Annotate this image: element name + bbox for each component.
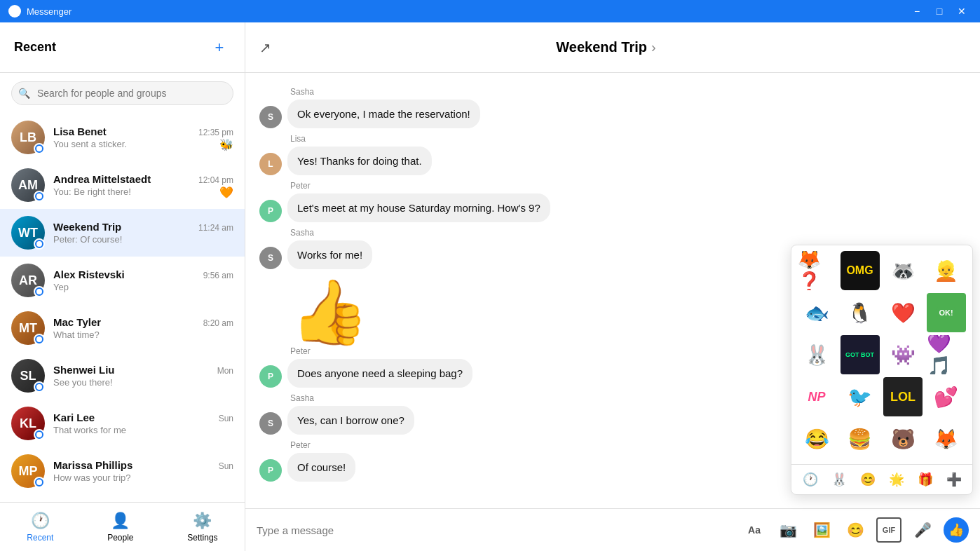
- conv-content: Andrea Mittelstaedt 12:04 pm You: Be rig…: [53, 173, 233, 197]
- chat-area: ↗ Weekend Trip › SashaSOk everyone, I ma…: [245, 22, 980, 551]
- conv-preview: You sent a sticker.: [53, 139, 233, 149]
- chat-title: Weekend Trip ›: [556, 39, 655, 55]
- gif-button[interactable]: GIF: [876, 517, 901, 543]
- emoji-button[interactable]: 😊: [843, 517, 868, 543]
- sticker-emoji: 👱: [934, 259, 958, 283]
- close-button[interactable]: ✕: [952, 1, 972, 21]
- sticker-footer-btn-4[interactable]: 🎁: [915, 469, 936, 490]
- conv-name: Alex Ristevski: [53, 268, 125, 280]
- messenger-badge: [34, 334, 45, 345]
- sticker-item-14[interactable]: 🐦: [841, 377, 880, 416]
- conversation-item-andrea[interactable]: AM Andrea Mittelstaedt 12:04 pm You: Be …: [0, 161, 245, 209]
- sticker-item-18[interactable]: 🍔: [841, 419, 880, 458]
- message-avatar: P: [259, 459, 282, 482]
- sticker-item-5[interactable]: 🐟: [797, 293, 836, 332]
- mic-button[interactable]: 🎤: [910, 517, 935, 543]
- conversations-list: LB Lisa Benet 12:35 pm You sent a sticke…: [0, 114, 245, 502]
- search-wrapper: 🔍: [11, 81, 233, 105]
- maximize-button[interactable]: □: [930, 1, 949, 21]
- recent-icon: 🕐: [31, 512, 50, 530]
- sidebar: Recent + 🔍 LB Lisa Benet 12:35 pm You se…: [0, 22, 245, 551]
- message-avatar: P: [259, 200, 282, 222]
- conversation-item-alex[interactable]: AR Alex Ristevski 9:56 am Yep: [0, 257, 245, 304]
- sticker-item-9[interactable]: 🐰: [797, 335, 836, 374]
- sticker-item-17[interactable]: 😂: [797, 419, 836, 458]
- expand-button[interactable]: ↗: [259, 39, 271, 56]
- sticker-item-12[interactable]: 💜🎵: [927, 335, 966, 374]
- conv-time: 9:56 am: [203, 271, 233, 280]
- nav-item-settings[interactable]: ⚙️ Settings: [173, 506, 231, 548]
- conversation-item-weekend[interactable]: WT Weekend Trip 11:24 am Peter: Of cours…: [0, 209, 245, 257]
- sticker-grid: 🦊❓OMG🦝👱🐟🐧❤️OK!🐰GOT BOT👾💜🎵NP🐦LOL💕😂🍔🐻🦊: [791, 245, 972, 464]
- sticker-footer-btn-0[interactable]: 🕐: [800, 469, 821, 490]
- sticker-footer-btn-5[interactable]: ➕: [944, 469, 965, 490]
- avatar-wrapper: SL: [11, 359, 45, 393]
- conv-time: Sun: [219, 461, 233, 471]
- sticker-item-10[interactable]: GOT BOT: [841, 335, 880, 374]
- new-conversation-button[interactable]: +: [208, 36, 231, 59]
- sticker-emoji: 🦝: [891, 259, 916, 283]
- conversation-item-mac[interactable]: MT Mac Tyler 8:20 am What time?: [0, 304, 245, 352]
- sticker-emoji: 🐰: [805, 343, 829, 367]
- sticker-footer-btn-3[interactable]: 🌟: [886, 469, 907, 490]
- titlebar: Messenger − □ ✕: [0, 0, 980, 22]
- conv-name: Lisa Benet: [53, 125, 107, 137]
- sticker-emoji: 👾: [891, 343, 916, 367]
- conv-time: 12:04 pm: [198, 175, 233, 185]
- sticker-item-13[interactable]: NP: [797, 377, 836, 416]
- sticker-item-2[interactable]: OMG: [841, 251, 880, 290]
- conversation-item-shenwei[interactable]: SL Shenwei Liu Mon See you there!: [0, 352, 245, 400]
- conv-emoji: 🧡: [219, 186, 233, 199]
- sticker-item-6[interactable]: 🐧: [841, 293, 880, 332]
- message-row: LYes! Thanks for doing that.: [259, 147, 966, 175]
- sticker-emoji: 💜🎵: [927, 335, 966, 374]
- conv-name: Weekend Trip: [53, 221, 121, 233]
- sticker-item-15[interactable]: LOL: [883, 377, 923, 416]
- camera-button[interactable]: 📷: [775, 517, 801, 543]
- nav-item-people[interactable]: 👤 People: [93, 506, 147, 548]
- sticker-item-4[interactable]: 👱: [927, 251, 966, 290]
- sticker-item-16[interactable]: 💕: [927, 377, 966, 416]
- send-like-button[interactable]: 👍: [944, 517, 969, 543]
- conv-time: 8:20 am: [203, 318, 233, 328]
- font-size-button[interactable]: Aa: [742, 517, 767, 543]
- messenger-badge: [34, 477, 45, 488]
- sticker-item-20[interactable]: 🦊: [927, 419, 966, 458]
- message-avatar: S: [259, 106, 282, 128]
- conv-name-row: Lisa Benet 12:35 pm: [53, 125, 233, 137]
- conv-content: Alex Ristevski 9:56 am Yep: [53, 268, 233, 292]
- search-container: 🔍: [0, 73, 245, 114]
- sticker-item-3[interactable]: 🦝: [883, 251, 923, 290]
- nav-item-recent[interactable]: 🕐 Recent: [13, 506, 67, 548]
- conv-content: Lisa Benet 12:35 pm You sent a sticker.: [53, 125, 233, 149]
- sticker-item-8[interactable]: OK!: [927, 293, 966, 332]
- conversation-item-kari[interactable]: KL Kari Lee Sun That works for me: [0, 400, 245, 447]
- minimize-button[interactable]: −: [907, 1, 927, 21]
- sticker-footer-btn-2[interactable]: 😊: [857, 469, 878, 490]
- image-button[interactable]: 🖼️: [809, 517, 834, 543]
- search-input[interactable]: [11, 81, 233, 105]
- conversation-item-marissa[interactable]: MP Marissa Phillips Sun How was your tri…: [0, 447, 245, 495]
- sticker-emoji: 🐟: [805, 301, 829, 325]
- conversation-item-lisa[interactable]: LB Lisa Benet 12:35 pm You sent a sticke…: [0, 114, 245, 161]
- conv-name-row: Andrea Mittelstaedt 12:04 pm: [53, 173, 233, 185]
- message-bubble: Yes! Thanks for doing that.: [287, 147, 432, 175]
- sticker-label: LOL: [890, 390, 916, 404]
- sticker-emoji: 🍔: [848, 428, 872, 451]
- sticker-item-19[interactable]: 🐻: [883, 419, 923, 458]
- conv-preview: You: Be right there!: [53, 186, 233, 197]
- sticker-item-7[interactable]: ❤️: [883, 293, 923, 332]
- app-logo: [8, 5, 21, 18]
- sticker-emoji: ❤️: [891, 301, 916, 325]
- sticker-item-11[interactable]: 👾: [883, 335, 923, 374]
- message-sender-name: Sasha: [290, 87, 966, 97]
- message-input[interactable]: [257, 524, 733, 536]
- conv-content: Marissa Phillips Sun How was your trip?: [53, 459, 233, 483]
- sticker-footer-btn-1[interactable]: 🐰: [829, 469, 850, 490]
- bottom-nav: 🕐 Recent 👤 People ⚙️ Settings: [0, 502, 245, 551]
- sticker-item-1[interactable]: 🦊❓: [797, 251, 836, 290]
- conv-content: Weekend Trip 11:24 am Peter: Of course!: [53, 221, 233, 245]
- message-row: PLet's meet at my house Saturday morning…: [259, 193, 966, 222]
- conv-name: Shenwei Liu: [53, 364, 115, 376]
- app-title: Messenger: [27, 6, 72, 17]
